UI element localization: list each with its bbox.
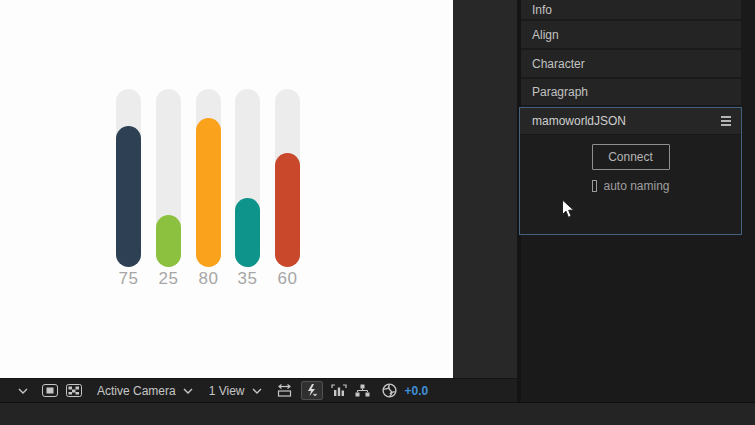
panel-tab-label: Paragraph — [532, 85, 588, 99]
hamburger-menu-icon[interactable] — [721, 116, 731, 126]
panel-tab-align[interactable]: Align — [521, 21, 741, 48]
exposure-value: +0.0 — [405, 384, 429, 398]
bar-column: 25 — [156, 89, 181, 267]
status-strip — [0, 402, 755, 425]
panel-tab-label: Character — [532, 57, 585, 71]
bar-value-label: 35 — [227, 269, 268, 289]
magnification-menu-button[interactable] — [18, 379, 28, 402]
bar-column: 75 — [116, 89, 141, 267]
pixel-aspect-ratio-icon — [276, 384, 293, 397]
pixel-aspect-ratio-button[interactable] — [276, 379, 293, 402]
bar-fill — [116, 126, 141, 267]
bar-column: 60 — [275, 89, 300, 267]
region-of-interest-button[interactable] — [42, 379, 58, 402]
region-of-interest-icon — [42, 384, 58, 397]
bar-fill — [196, 118, 221, 267]
auto-naming-label: auto naming — [603, 179, 669, 193]
composition-canvas[interactable]: 75 25 80 35 — [0, 0, 453, 378]
3d-view-menu[interactable]: Active Camera — [97, 379, 193, 402]
mamoworld-panel-body: Connect auto naming — [520, 135, 741, 193]
connect-button[interactable]: Connect — [592, 144, 670, 170]
bar-value-label: 80 — [188, 269, 229, 289]
composition-viewer-panel: 75 25 80 35 — [0, 0, 517, 402]
panel-tab-character[interactable]: Character — [521, 50, 741, 77]
bar-column: 35 — [235, 89, 260, 267]
mamoworld-json-panel: mamoworldJSON Connect auto naming — [519, 107, 742, 235]
mamoworld-panel-title: mamoworldJSON — [532, 114, 721, 128]
view-layout-label: 1 View — [209, 384, 245, 398]
transparency-grid-icon — [66, 384, 82, 397]
panel-tab-paragraph[interactable]: Paragraph — [521, 79, 741, 105]
mamoworld-panel-header[interactable]: mamoworldJSON — [520, 108, 741, 135]
panel-tab-info[interactable]: Info — [521, 0, 741, 19]
panel-dock: Info Align Character Paragraph mamoworld… — [521, 0, 755, 402]
bar-chart: 75 25 80 35 — [0, 0, 453, 378]
fast-previews-button[interactable] — [301, 379, 323, 402]
reset-exposure-icon — [382, 383, 397, 398]
bar-fill — [275, 153, 300, 267]
bar-value-label: 75 — [108, 269, 149, 289]
3d-view-label: Active Camera — [97, 384, 176, 398]
timeline-icon — [331, 384, 347, 397]
auto-naming-option: auto naming — [592, 179, 670, 193]
bar-fill — [235, 198, 260, 267]
fast-previews-icon — [301, 381, 323, 400]
comp-toolbar: Active Camera 1 View — [0, 378, 517, 402]
auto-naming-checkbox[interactable] — [592, 180, 598, 192]
timeline-button[interactable] — [331, 379, 347, 402]
bar-value-label: 60 — [267, 269, 308, 289]
comp-flowchart-button[interactable] — [355, 379, 370, 402]
view-layout-menu[interactable]: 1 View — [209, 379, 262, 402]
flowchart-icon — [355, 384, 370, 397]
chevron-down-icon — [18, 388, 28, 394]
transparency-grid-button[interactable] — [66, 379, 82, 402]
bar-fill — [156, 215, 181, 267]
panel-tab-label: Info — [532, 3, 552, 17]
panel-tab-label: Align — [532, 28, 559, 42]
chevron-down-icon — [252, 388, 262, 394]
reset-exposure-button[interactable] — [382, 379, 397, 402]
adjust-exposure-field[interactable]: +0.0 — [405, 379, 429, 402]
after-effects-window: 75 25 80 35 — [0, 0, 755, 425]
chevron-down-icon — [183, 388, 193, 394]
bar-column: 80 — [196, 89, 221, 267]
bar-value-label: 25 — [148, 269, 189, 289]
